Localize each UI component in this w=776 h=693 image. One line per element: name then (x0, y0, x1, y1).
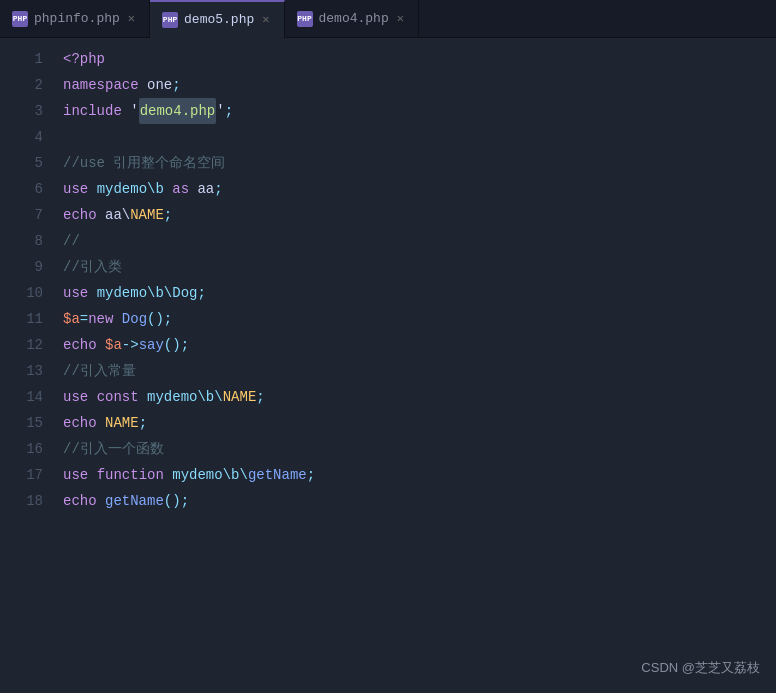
code-line-9: //引入类 (63, 254, 776, 280)
code-line-13: //引入常量 (63, 358, 776, 384)
code-line-4 (63, 124, 776, 150)
tab-demo5[interactable]: PHP demo5.php ✕ (150, 0, 284, 38)
code-line-15: echo NAME; (63, 410, 776, 436)
tab-demo4[interactable]: PHP demo4.php ✕ (285, 0, 419, 38)
tab-label-demo5: demo5.php (184, 12, 254, 27)
code-line-12: echo $a->say(); (63, 332, 776, 358)
line-num-2: 2 (0, 72, 43, 98)
line-num-1: 1 (0, 46, 43, 72)
code-line-2: namespace one; (63, 72, 776, 98)
tab-label-demo4: demo4.php (319, 11, 389, 26)
code-line-18: echo getName(); (63, 488, 776, 514)
tab-label-phpinfo: phpinfo.php (34, 11, 120, 26)
code-line-5: //use 引用整个命名空间 (63, 150, 776, 176)
tab-close-demo5[interactable]: ✕ (260, 10, 271, 29)
php-icon-demo5: PHP (162, 12, 178, 28)
code-line-8: // (63, 228, 776, 254)
code-area[interactable]: <?php namespace one; include 'demo4.php'… (55, 38, 776, 693)
line-num-9: 9 (0, 254, 43, 280)
line-num-17: 17 (0, 462, 43, 488)
editor: 1 2 3 4 5 6 7 8 9 10 11 12 13 14 15 16 1… (0, 38, 776, 693)
code-line-6: use mydemo\b as aa; (63, 176, 776, 202)
code-line-17: use function mydemo\b\getName; (63, 462, 776, 488)
code-line-7: echo aa\NAME; (63, 202, 776, 228)
line-num-6: 6 (0, 176, 43, 202)
code-line-3: include 'demo4.php'; (63, 98, 776, 124)
line-num-10: 10 (0, 280, 43, 306)
code-line-11: $a=new Dog(); (63, 306, 776, 332)
line-num-8: 8 (0, 228, 43, 254)
line-num-3: 3 (0, 98, 43, 124)
code-line-10: use mydemo\b\Dog; (63, 280, 776, 306)
code-line-1: <?php (63, 46, 776, 72)
line-num-14: 14 (0, 384, 43, 410)
line-numbers: 1 2 3 4 5 6 7 8 9 10 11 12 13 14 15 16 1… (0, 38, 55, 693)
line-num-12: 12 (0, 332, 43, 358)
line-num-18: 18 (0, 488, 43, 514)
code-line-14: use const mydemo\b\NAME; (63, 384, 776, 410)
tab-close-phpinfo[interactable]: ✕ (126, 9, 137, 28)
line-num-5: 5 (0, 150, 43, 176)
line-num-16: 16 (0, 436, 43, 462)
tab-phpinfo[interactable]: PHP phpinfo.php ✕ (0, 0, 150, 38)
line-num-11: 11 (0, 306, 43, 332)
line-num-4: 4 (0, 124, 43, 150)
php-icon-demo4: PHP (297, 11, 313, 27)
line-num-13: 13 (0, 358, 43, 384)
line-num-7: 7 (0, 202, 43, 228)
tab-bar: PHP phpinfo.php ✕ PHP demo5.php ✕ PHP de… (0, 0, 776, 38)
code-line-16: //引入一个函数 (63, 436, 776, 462)
tab-close-demo4[interactable]: ✕ (395, 9, 406, 28)
php-icon-phpinfo: PHP (12, 11, 28, 27)
watermark: CSDN @芝芝又荔枝 (641, 659, 760, 677)
line-num-15: 15 (0, 410, 43, 436)
